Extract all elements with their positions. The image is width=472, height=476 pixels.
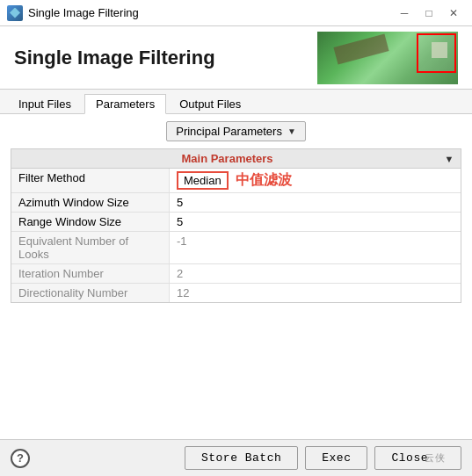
principal-parameters-dropdown[interactable]: Principal Parameters ▼ (166, 121, 306, 141)
window-title: Single Image Filtering (28, 6, 139, 19)
params-header: Main Parameters ▼ (11, 149, 461, 169)
param-row-azimuth-window-size: Azimuth Window Size 5 (11, 193, 461, 213)
params-section: Main Parameters ▼ Filter Method Median 中… (11, 148, 461, 303)
param-value-azimuth-window-size: 5 (170, 193, 461, 212)
main-content: Principal Parameters ▼ Main Parameters ▼… (0, 114, 472, 439)
banner-title: Single Image Filtering (14, 47, 215, 69)
param-label-azimuth-window-size: Azimuth Window Size (11, 193, 170, 212)
param-value-directionality-number: 12 (170, 284, 461, 302)
banner: Single Image Filtering (0, 26, 472, 90)
param-row-iteration-number: Iteration Number 2 (11, 264, 461, 284)
param-value-filter-method: Median 中值滤波 (170, 169, 461, 192)
title-bar-left: Single Image Filtering (7, 5, 139, 21)
watermark: 云侠 (425, 453, 445, 464)
params-header-arrow-icon: ▼ (440, 154, 458, 164)
tab-output-files[interactable]: Output Files (168, 94, 252, 114)
filter-method-box: Median (177, 171, 229, 190)
param-row-range-window-size: Range Window Size 5 (11, 213, 461, 232)
dropdown-arrow-icon: ▼ (287, 126, 296, 136)
param-value-filter-method-inner: Median 中值滤波 (177, 171, 454, 190)
close-window-button[interactable]: ✕ (442, 4, 465, 22)
chinese-annotation: 中值滤波 (236, 171, 292, 190)
param-label-iteration-number: Iteration Number (11, 264, 170, 283)
title-bar: Single Image Filtering ─ □ ✕ (0, 0, 472, 26)
app-icon (7, 5, 23, 21)
app-icon-inner (10, 8, 20, 18)
close-button[interactable]: Close云侠 (374, 446, 461, 470)
content-area: Principal Parameters ▼ Main Parameters ▼… (0, 114, 472, 439)
param-row-filter-method: Filter Method Median 中值滤波 (11, 169, 461, 193)
maximize-button[interactable]: □ (418, 4, 440, 22)
param-label-directionality-number: Directionality Number (11, 284, 170, 302)
dropdown-row: Principal Parameters ▼ (11, 121, 461, 141)
banner-image-road (333, 33, 388, 64)
params-header-text: Main Parameters (14, 152, 440, 165)
help-button[interactable]: ? (11, 449, 30, 468)
tab-parameters[interactable]: Parameters (84, 94, 166, 114)
param-value-iteration-number: 2 (170, 264, 461, 283)
banner-image (317, 32, 458, 84)
banner-image-overlay (417, 33, 456, 73)
bottom-bar: ? Store Batch Exec Close云侠 (0, 439, 472, 476)
title-bar-controls: ─ □ ✕ (393, 4, 465, 22)
dropdown-label: Principal Parameters (176, 125, 282, 138)
tabs-bar: Input Files Parameters Output Files (0, 90, 472, 114)
param-label-filter-method: Filter Method (11, 169, 170, 192)
bottom-buttons: Store Batch Exec Close云侠 (185, 446, 461, 470)
tab-input-files[interactable]: Input Files (7, 94, 83, 114)
param-value-equivalent-number-of-looks: -1 (170, 232, 461, 263)
exec-button[interactable]: Exec (305, 446, 367, 470)
banner-image-background (317, 32, 458, 84)
store-batch-button[interactable]: Store Batch (185, 446, 298, 470)
param-label-equivalent-number-of-looks: Equivalent Number of Looks (11, 232, 170, 263)
param-value-range-window-size: 5 (170, 213, 461, 231)
param-row-directionality-number: Directionality Number 12 (11, 284, 461, 302)
param-label-range-window-size: Range Window Size (11, 213, 170, 231)
param-row-equivalent-number-of-looks: Equivalent Number of Looks -1 (11, 232, 461, 264)
minimize-button[interactable]: ─ (393, 4, 416, 22)
banner-image-small-box (432, 42, 447, 58)
